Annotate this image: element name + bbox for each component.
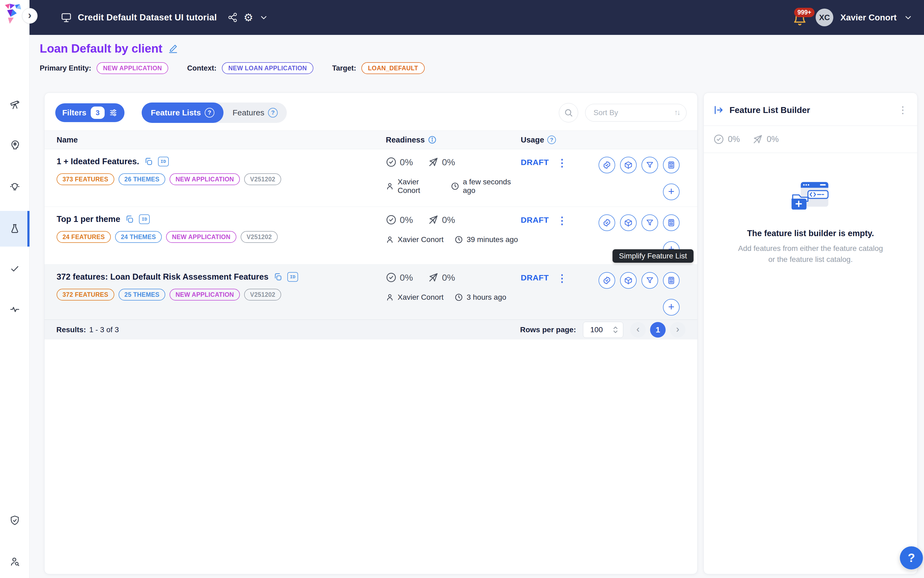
next-page-button[interactable]: › (670, 322, 686, 338)
activity-icon (10, 304, 20, 315)
readiness-percent: 0% (400, 272, 413, 283)
sidebar-item-modeling[interactable] (0, 135, 29, 154)
deploy-off-icon (428, 272, 439, 283)
user-menu-chevron-icon[interactable] (904, 13, 913, 22)
divider (704, 153, 917, 153)
builder-menu-icon[interactable]: ⋮ (898, 105, 908, 115)
tab-features-label: Features (233, 108, 264, 117)
column-usage[interactable]: Usage ? (521, 135, 598, 144)
spinner-arrows-icon[interactable] (612, 325, 619, 334)
badge-check-action-button[interactable] (598, 214, 615, 231)
copy-icon[interactable] (273, 272, 282, 281)
sidebar-item-users[interactable] (0, 552, 29, 571)
top-bar: Credit Default Dataset UI tutorial ⚙ 999… (29, 0, 924, 35)
sidebar-item-governance[interactable] (0, 511, 29, 530)
results-label: Results: (56, 325, 86, 334)
id-icon[interactable]: ID (287, 272, 298, 282)
cube-icon (624, 218, 633, 227)
column-name-label: Name (57, 135, 78, 144)
feature-list-builder-panel: Feature List Builder ⋮ 0% 0% (704, 93, 918, 574)
add-to-builder-button[interactable]: + (663, 183, 679, 200)
feature-list-name: 372 features: Loan Default Risk Assessme… (57, 272, 269, 282)
production-percent: 0% (442, 215, 455, 225)
badge-check-action-button[interactable] (598, 157, 615, 173)
empty-builder-illustration (704, 182, 917, 213)
tab-feature-lists[interactable]: Feature Lists ? (142, 102, 224, 123)
search-button[interactable] (559, 103, 578, 122)
question-icon[interactable]: ? (547, 135, 556, 144)
sidebar-item-approve[interactable] (0, 259, 29, 278)
owner-name: Xavier Conort (397, 178, 440, 195)
check-circle-icon (386, 214, 397, 225)
table-row[interactable]: 372 features: Loan Default Risk Assessme… (45, 265, 697, 320)
results-range: 1 - 3 of 3 (89, 325, 119, 334)
notifications-bell[interactable]: 999+ (793, 9, 809, 26)
entity-badge: NEW APPLICATION (170, 173, 240, 185)
sidebar-item-explore[interactable] (0, 95, 29, 114)
cube-action-button[interactable] (620, 157, 637, 173)
sidebar-item-monitor[interactable] (0, 300, 29, 319)
calculator-action-button[interactable] (663, 272, 679, 289)
previous-page-button[interactable]: ‹ (630, 322, 646, 338)
context-badge[interactable]: NEW LOAN APPLICATION (222, 62, 313, 74)
sidebar-expand-button[interactable]: › (22, 8, 37, 24)
gear-icon[interactable]: ⚙ (243, 12, 253, 23)
page-1-button[interactable]: 1 (650, 322, 666, 338)
calculator-action-button[interactable] (663, 157, 679, 173)
monitor-icon (61, 12, 72, 23)
target-label: Target: (332, 64, 356, 73)
empty-state-title: The feature list builder is empty. (704, 229, 917, 238)
sidebar-item-ideate[interactable] (0, 178, 29, 196)
id-icon[interactable]: ID (158, 157, 169, 166)
edit-title-icon[interactable] (168, 43, 178, 54)
cube-action-button[interactable] (620, 272, 637, 289)
column-readiness-label: Readiness (386, 135, 425, 144)
copy-icon[interactable] (144, 157, 153, 166)
sidebar-item-experiment[interactable] (0, 219, 29, 238)
filters-button[interactable]: Filters 3 (55, 103, 125, 122)
row-menu-icon[interactable]: ⋮ (557, 158, 567, 168)
calculator-action-button[interactable] (663, 214, 679, 231)
filter-action-button[interactable] (642, 214, 658, 231)
themes-count-badge: 24 THEMES (115, 231, 162, 243)
status-badge: DRAFT (521, 158, 549, 167)
cube-action-button[interactable] (620, 214, 637, 231)
cube-icon (624, 161, 633, 169)
funnel-icon (645, 276, 654, 285)
filter-action-button[interactable] (642, 272, 658, 289)
add-to-builder-button[interactable]: + (663, 299, 679, 315)
builder-readiness-percent: 0% (728, 135, 740, 144)
table-row[interactable]: Top 1 per theme ID 24 FEATURES 24 THEMES… (45, 207, 697, 265)
share-icon[interactable] (227, 12, 238, 23)
table-row[interactable]: 1 + Ideated Features. ID 373 FEATURES 26… (45, 149, 697, 207)
workspace-title: Credit Default Dataset UI tutorial (78, 12, 217, 23)
filter-action-button[interactable] (642, 157, 658, 173)
user-name: Xavier Conort (840, 13, 896, 23)
row-menu-icon[interactable]: ⋮ (557, 216, 567, 226)
cube-icon (624, 276, 633, 285)
copy-icon[interactable] (125, 215, 134, 224)
clock-icon (455, 235, 463, 244)
calculator-icon (667, 218, 676, 227)
target-badge[interactable]: LOAN_DEFAULT (361, 62, 425, 74)
avatar[interactable]: XC (815, 8, 833, 26)
row-menu-icon[interactable]: ⋮ (557, 273, 567, 283)
column-name[interactable]: Name (57, 135, 386, 144)
tab-features[interactable]: Features ? (224, 102, 287, 123)
info-icon[interactable] (428, 135, 436, 144)
chevron-down-icon[interactable] (259, 13, 268, 22)
calculator-icon (667, 276, 676, 285)
help-button[interactable]: ? (900, 546, 923, 570)
id-icon[interactable]: ID (139, 214, 150, 224)
status-badge: DRAFT (521, 216, 549, 225)
notifications-count-badge: 999+ (794, 8, 815, 17)
left-sidebar (0, 0, 29, 578)
entity-badge: NEW APPLICATION (170, 289, 240, 300)
badge-check-action-button[interactable] (598, 272, 615, 289)
primary-entity-label: Primary Entity: (40, 64, 91, 73)
primary-entity-badge[interactable]: NEW APPLICATION (97, 62, 168, 74)
updated-time: 3 hours ago (467, 293, 506, 302)
sort-by-input[interactable] (585, 104, 687, 122)
column-readiness[interactable]: Readiness (386, 135, 521, 144)
shield-check-icon (10, 515, 20, 526)
